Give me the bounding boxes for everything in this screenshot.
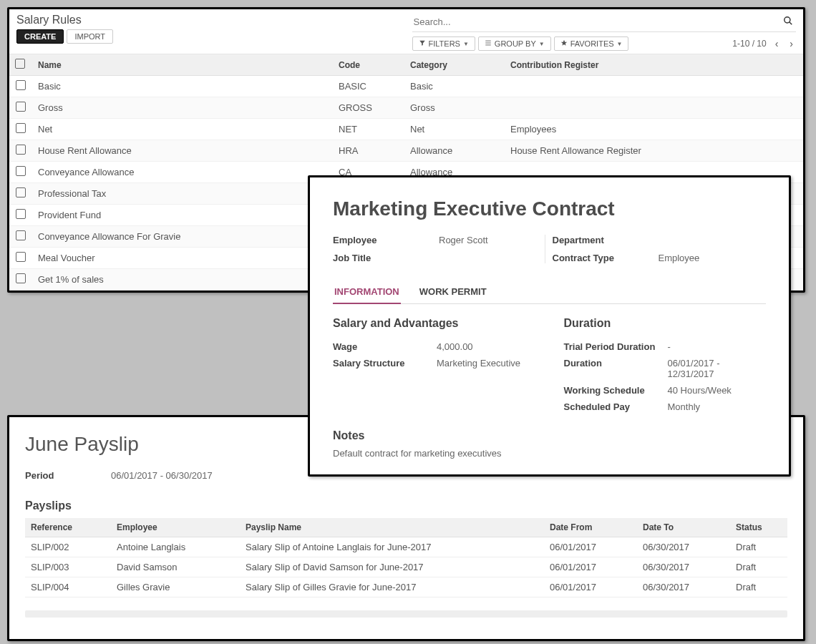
table-row[interactable]: SLIP/004Gilles GravieSalary Slip of Gill… <box>25 577 787 597</box>
col-category[interactable]: Category <box>404 54 505 76</box>
cell-payslip-name: Salary Slip of Gilles Gravie for June-20… <box>240 577 544 597</box>
cell-status: Draft <box>730 537 787 557</box>
row-checkbox[interactable] <box>16 102 26 112</box>
pager-next[interactable]: › <box>787 38 796 49</box>
department-value <box>659 235 767 245</box>
cell-code: GROSS <box>333 97 404 119</box>
duration-section: Duration Trial Period Duration - Duratio… <box>564 317 767 415</box>
group-by-button[interactable]: GROUP BY ▼ <box>478 36 551 51</box>
row-checkbox[interactable] <box>16 273 26 283</box>
table-row[interactable]: SLIP/003David SamsonSalary Slip of David… <box>25 557 787 577</box>
filters-button[interactable]: FILTERS ▼ <box>412 36 475 51</box>
col-code[interactable]: Code <box>333 54 404 76</box>
row-checkbox[interactable] <box>16 252 26 262</box>
row-checkbox-cell <box>9 226 32 248</box>
schedule-label: Working Schedule <box>564 385 668 396</box>
cell-employee: Antoine Langlais <box>111 537 240 557</box>
table-row[interactable]: NetNETNetEmployees <box>9 119 803 140</box>
col-employee[interactable]: Employee <box>111 518 240 537</box>
col-date-to[interactable]: Date To <box>637 518 730 537</box>
search-input[interactable] <box>412 14 781 30</box>
filter-buttons: FILTERS ▼ GROUP BY ▼ FAVORITES ▼ <box>412 36 629 51</box>
contract-type-value: Employee <box>659 253 767 263</box>
cell-name: Professional Tax <box>32 183 333 205</box>
contract-sections: Salary and Advantages Wage 4,000.00 Sala… <box>333 317 766 415</box>
cell-code: BASIC <box>333 76 404 97</box>
svg-line-1 <box>790 22 792 25</box>
row-checkbox[interactable] <box>16 123 26 133</box>
import-button[interactable]: IMPORT <box>67 29 113 44</box>
cell-category: Basic <box>404 76 505 97</box>
row-checkbox-cell <box>9 97 32 119</box>
cell-date-to: 06/30/2017 <box>637 537 730 557</box>
search-row <box>412 14 797 32</box>
row-checkbox[interactable] <box>16 187 26 197</box>
schedule-value: 40 Hours/Week <box>668 385 767 396</box>
notes-text: Default contract for marketing executive… <box>333 448 766 459</box>
cell-name: Meal Voucher <box>32 248 333 269</box>
period-label: Period <box>25 470 111 481</box>
cell-name: Conveyance Allowance <box>32 162 333 183</box>
cell-reference: SLIP/003 <box>25 557 111 577</box>
cell-category: Net <box>404 119 505 140</box>
contract-info-grid: Employee Roger Scott Department Job Titl… <box>333 235 766 263</box>
tab-information[interactable]: INFORMATION <box>333 280 401 304</box>
cell-category: Gross <box>404 97 505 119</box>
cell-contribution <box>505 97 803 119</box>
select-all-checkbox[interactable] <box>15 59 25 69</box>
table-row[interactable]: House Rent AllowanceHRAAllowanceHouse Re… <box>9 140 803 162</box>
row-checkbox[interactable] <box>16 166 26 176</box>
duration-label: Duration <box>564 358 668 379</box>
row-checkbox[interactable] <box>16 80 26 90</box>
schedule-row: Working Schedule 40 Hours/Week <box>564 382 767 399</box>
pager-prev[interactable]: ‹ <box>772 38 782 49</box>
cell-employee: Gilles Gravie <box>111 577 240 597</box>
row-checkbox[interactable] <box>16 209 26 219</box>
filters-label: FILTERS <box>429 39 460 48</box>
row-checkbox-cell <box>9 162 32 183</box>
cell-date-to: 06/30/2017 <box>637 577 730 597</box>
salary-structure-value: Marketing Executive <box>437 358 535 369</box>
search-icon[interactable] <box>780 16 796 28</box>
horizontal-scrollbar[interactable] <box>25 610 787 618</box>
col-payslip-name[interactable]: Payslip Name <box>240 518 544 537</box>
row-checkbox[interactable] <box>16 145 26 155</box>
group-by-label: GROUP BY <box>495 39 536 48</box>
cell-name: Conveyance Allowance For Gravie <box>32 226 333 248</box>
create-button[interactable]: CREATE <box>16 29 64 44</box>
scheduled-pay-value: Monthly <box>668 401 767 412</box>
cell-date-from: 06/01/2017 <box>544 537 637 557</box>
employee-value: Roger Scott <box>439 235 547 245</box>
salary-section-heading: Salary and Advantages <box>333 317 535 330</box>
pager-range: 1-10 / 10 <box>732 39 766 49</box>
cell-name: House Rent Allowance <box>32 140 333 162</box>
col-date-from[interactable]: Date From <box>544 518 637 537</box>
duration-section-heading: Duration <box>564 317 767 330</box>
col-contribution[interactable]: Contribution Register <box>505 54 803 76</box>
tab-work-permit[interactable]: WORK PERMIT <box>418 280 488 303</box>
row-checkbox[interactable] <box>16 230 26 240</box>
wage-row: Wage 4,000.00 <box>333 338 535 355</box>
duration-row: Duration 06/01/2017 - 12/31/2017 <box>564 355 767 382</box>
col-status[interactable]: Status <box>730 518 787 537</box>
job-title-value <box>439 253 547 263</box>
favorites-button[interactable]: FAVORITES ▼ <box>554 36 629 51</box>
contract-panel: Marketing Executive Contract Employee Ro… <box>308 175 791 477</box>
col-reference[interactable]: Reference <box>25 518 111 537</box>
select-all-header <box>9 54 32 76</box>
table-row[interactable]: GrossGROSSGross <box>9 97 803 119</box>
table-row[interactable]: SLIP/002Antoine LanglaisSalary Slip of A… <box>25 537 787 557</box>
salary-rules-header-right: FILTERS ▼ GROUP BY ▼ FAVORITES ▼ <box>408 9 804 54</box>
job-title-label: Job Title <box>333 253 433 263</box>
salary-structure-label: Salary Structure <box>333 358 437 369</box>
col-name[interactable]: Name <box>32 54 333 76</box>
row-checkbox-cell <box>9 269 32 291</box>
row-checkbox-cell <box>9 183 32 205</box>
svg-point-0 <box>785 17 790 23</box>
table-row[interactable]: BasicBASICBasic <box>9 76 803 97</box>
payslips-heading: Payslips <box>25 499 787 512</box>
cell-code: NET <box>333 119 404 140</box>
cell-status: Draft <box>730 557 787 577</box>
employee-label: Employee <box>333 235 433 245</box>
cell-name: Basic <box>32 76 333 97</box>
